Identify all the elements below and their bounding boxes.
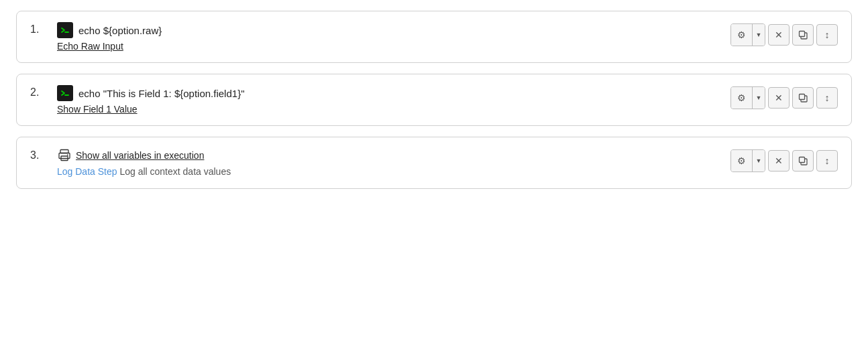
step-content-2: echo "This is Field 1: ${option.field1}"… <box>57 85 720 115</box>
move-button-2[interactable]: ↕ <box>816 87 838 109</box>
gear-dropdown-1[interactable]: ▼ <box>753 24 765 46</box>
step-command-line-1: echo ${option.raw} <box>57 22 720 38</box>
step-actions-3: ⚙ ▼ ✕ ↕ <box>730 149 838 172</box>
step-description-3: Log Data Step Log all context data value… <box>57 165 720 178</box>
printer-icon <box>57 148 72 163</box>
step-number-1: 1. <box>30 22 46 36</box>
step-command-line-2: echo "This is Field 1: ${option.field1}" <box>57 85 720 101</box>
step-actions-2: ⚙ ▼ ✕ ↕ <box>730 86 838 109</box>
step-label-1[interactable]: Echo Raw Input <box>57 41 720 52</box>
step-command-1: echo ${option.raw} <box>78 25 162 36</box>
gear-group-3[interactable]: ⚙ ▼ <box>730 149 765 172</box>
copy-button-2[interactable] <box>792 87 814 109</box>
step-command-2: echo "This is Field 1: ${option.field1}" <box>78 88 244 99</box>
gear-button-2[interactable]: ⚙ <box>731 87 753 109</box>
step-card-1: 1. echo ${option.raw} Echo Raw Input ⚙ ▼… <box>16 11 852 63</box>
move-button-3[interactable]: ↕ <box>816 150 838 172</box>
step-label-prefix-3[interactable]: Log Data Step <box>57 166 117 177</box>
terminal-icon-2 <box>57 85 73 101</box>
move-button-1[interactable]: ↕ <box>816 24 838 46</box>
copy-button-3[interactable] <box>792 150 814 172</box>
svg-rect-9 <box>67 155 68 156</box>
step-number-2: 2. <box>30 85 46 98</box>
step-actions-1: ⚙ ▼ ✕ ↕ <box>730 23 838 46</box>
step-label-2[interactable]: Show Field 1 Value <box>57 104 720 115</box>
gear-group-2[interactable]: ⚙ ▼ <box>730 86 765 109</box>
svg-rect-6 <box>60 150 68 153</box>
gear-button-3[interactable]: ⚙ <box>731 150 753 172</box>
step-content-3: Show all variables in execution Log Data… <box>57 148 720 178</box>
gear-button-1[interactable]: ⚙ <box>731 24 753 46</box>
gear-dropdown-2[interactable]: ▼ <box>753 87 765 109</box>
delete-button-1[interactable]: ✕ <box>768 24 790 46</box>
copy-button-1[interactable] <box>792 24 814 46</box>
step-list: 1. echo ${option.raw} Echo Raw Input ⚙ ▼… <box>16 11 852 189</box>
svg-rect-5 <box>799 94 804 99</box>
step-row3-line1: Show all variables in execution <box>57 148 720 163</box>
step-link-3[interactable]: Show all variables in execution <box>76 150 204 161</box>
delete-button-2[interactable]: ✕ <box>768 87 790 109</box>
step-number-3: 3. <box>30 148 46 161</box>
svg-rect-2 <box>799 31 804 36</box>
step-content-1: echo ${option.raw} Echo Raw Input <box>57 22 720 52</box>
delete-button-3[interactable]: ✕ <box>768 150 790 172</box>
gear-dropdown-3[interactable]: ▼ <box>753 150 765 172</box>
svg-rect-11 <box>799 157 804 162</box>
terminal-icon-1 <box>57 22 73 38</box>
gear-group-1[interactable]: ⚙ ▼ <box>730 23 765 46</box>
step-card-3: 3. Show all variables in execution Log D… <box>16 137 852 189</box>
step-card-2: 2. echo "This is Field 1: ${option.field… <box>16 74 852 126</box>
step-description-text-3: Log all context data values <box>117 166 231 177</box>
